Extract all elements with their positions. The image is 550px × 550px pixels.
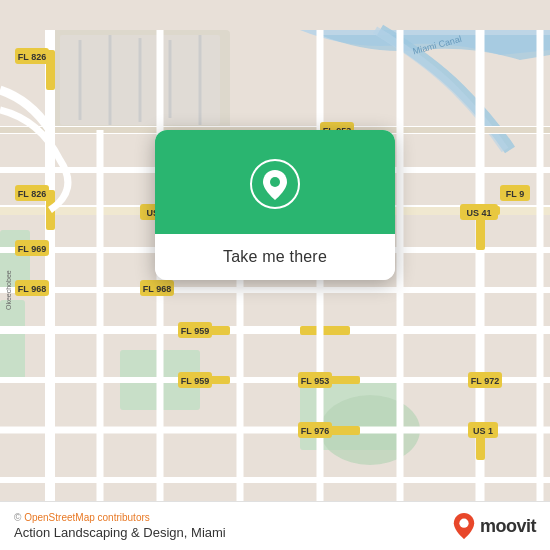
attribution-symbol: ©: [14, 512, 24, 523]
svg-text:US 1: US 1: [473, 426, 493, 436]
svg-text:FL 959: FL 959: [181, 326, 209, 336]
svg-text:FL 968: FL 968: [143, 284, 171, 294]
svg-text:FL 972: FL 972: [471, 376, 499, 386]
location-pin-icon: [249, 158, 301, 210]
svg-text:FL 969: FL 969: [18, 244, 46, 254]
bottom-left-info: © OpenStreetMap contributors Action Land…: [14, 512, 226, 540]
svg-text:FL 976: FL 976: [301, 426, 329, 436]
location-card: Take me there: [155, 130, 395, 280]
svg-text:US 41: US 41: [466, 208, 491, 218]
attribution-text: © OpenStreetMap contributors: [14, 512, 226, 523]
svg-rect-26: [300, 326, 350, 335]
svg-text:FL 959: FL 959: [181, 376, 209, 386]
moovit-pin-icon: [453, 513, 475, 539]
svg-text:FL 826: FL 826: [18, 52, 46, 62]
card-top: [155, 130, 395, 234]
svg-text:FL 968: FL 968: [18, 284, 46, 294]
moovit-brand-text: moovit: [480, 516, 536, 537]
svg-rect-9: [0, 300, 25, 380]
map-container: FL 826 FL 826 FL 969 FL 968 FL 968 FL 95…: [0, 0, 550, 550]
svg-point-80: [270, 177, 280, 187]
place-name: Action Landscaping & Design, Miami: [14, 525, 226, 540]
moovit-logo: moovit: [453, 513, 536, 539]
svg-text:Okeechobee: Okeechobee: [5, 270, 12, 310]
svg-point-81: [459, 519, 468, 528]
take-me-there-button[interactable]: Take me there: [155, 234, 395, 280]
svg-text:FL 9: FL 9: [506, 189, 524, 199]
bottom-bar: © OpenStreetMap contributors Action Land…: [0, 501, 550, 550]
svg-text:FL 953: FL 953: [301, 376, 329, 386]
svg-text:FL 826: FL 826: [18, 189, 46, 199]
osm-link[interactable]: OpenStreetMap contributors: [24, 512, 150, 523]
